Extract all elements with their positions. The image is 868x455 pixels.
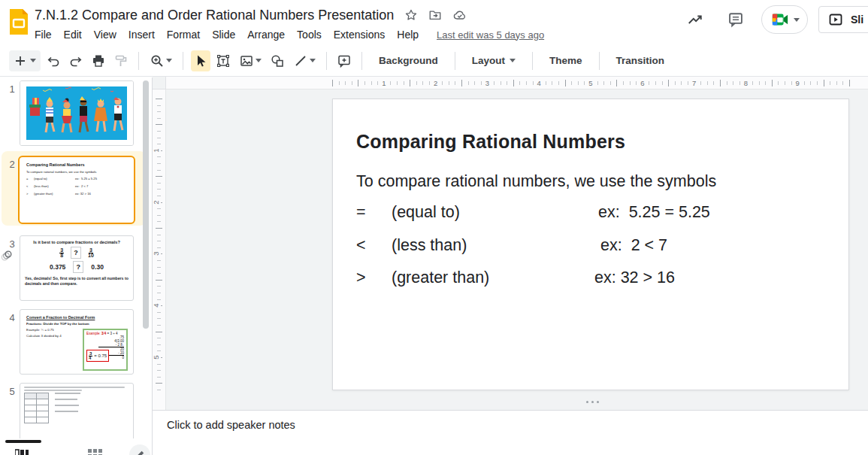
insert-comment-button[interactable]: [334, 50, 354, 71]
slide-page[interactable]: Comparing Rational Numbers To compare ra…: [332, 99, 849, 390]
ruler-ticks: [153, 99, 166, 391]
toolbar-separator: [183, 52, 183, 70]
slideshow-button[interactable]: Sli: [818, 6, 868, 33]
paint-format-button[interactable]: [111, 50, 131, 71]
question-box: ?: [71, 247, 81, 259]
filmstrip-view-button[interactable]: [15, 449, 29, 455]
filmstrip-panel: 1: [0, 77, 153, 455]
slide-thumbnail-3[interactable]: 3 Is it best to compare fractions or dec…: [0, 235, 150, 307]
mini-example: ex: 5.25 = 5.25: [75, 177, 97, 180]
slide-thumbnail-2-selected[interactable]: 2 Comparing Rational Numbers To compare …: [0, 156, 150, 230]
symbol-row: = (equal to) ex: 5.25 = 5.25: [356, 203, 710, 236]
zoom-in-icon: [150, 53, 165, 68]
grid-view-button[interactable]: [88, 449, 103, 455]
redo-button[interactable]: [66, 50, 86, 71]
ruler-number: 1: [153, 148, 161, 152]
plus-icon: [14, 54, 27, 68]
chevron-down-icon: [30, 59, 36, 62]
comments-button[interactable]: [721, 5, 751, 35]
slide-number: 2: [6, 159, 18, 170]
mini-slide-intro: To compare rational numbers, we use the …: [26, 170, 134, 174]
ruler-number: 6: [638, 78, 646, 88]
undo-icon: [46, 53, 61, 68]
star-icon[interactable]: [404, 8, 418, 22]
print-button[interactable]: [89, 50, 108, 71]
thumbnail-page[interactable]: Comparing Rational Numbers To compare ra…: [18, 156, 135, 224]
last-edit-link[interactable]: Last edit was 5 days ago: [437, 29, 544, 41]
thumbnail-page[interactable]: Is it best to compare fractions or decim…: [20, 235, 134, 301]
layout-button[interactable]: Layout: [461, 51, 526, 70]
mini-heading: Convert a Fraction to Decimal Form: [26, 315, 129, 320]
mini-table: [24, 393, 49, 423]
move-folder-icon[interactable]: [428, 8, 442, 22]
zoom-button[interactable]: [147, 50, 175, 71]
new-slide-button[interactable]: [9, 50, 41, 71]
mini-example: ex: 2 < 7: [75, 184, 88, 188]
undo-button[interactable]: [44, 50, 63, 71]
menu-help[interactable]: Help: [391, 27, 425, 42]
speaker-notes-area[interactable]: Click to add speaker notes: [153, 410, 868, 455]
cloud-status-icon[interactable]: [452, 8, 467, 22]
toolbar-separator: [532, 52, 533, 70]
slide-symbol-list[interactable]: = (equal to) ex: 5.25 = 5.25 < (less tha…: [356, 203, 710, 302]
menu-view[interactable]: View: [88, 27, 122, 42]
shape-icon: [270, 53, 285, 68]
ruler-number: 3: [153, 252, 161, 256]
toolbar-separator: [361, 52, 362, 70]
mini-name: (less than): [34, 184, 75, 188]
mini-heading: Is it best to compare fractions or decim…: [25, 240, 129, 244]
chevron-down-icon: [256, 59, 262, 62]
insert-line-button[interactable]: [290, 50, 319, 71]
cursor-icon: [193, 53, 208, 68]
transition-button[interactable]: Transition: [606, 51, 676, 70]
slideshow-label: Sli: [851, 14, 863, 26]
toolbar-separator: [326, 52, 327, 70]
menu-file[interactable]: File: [29, 27, 58, 42]
toolbar: Background Layout Theme Transition: [0, 45, 868, 77]
speaker-notes-placeholder[interactable]: Click to add speaker notes: [167, 419, 295, 431]
background-button[interactable]: Background: [368, 51, 449, 70]
slide-thumbnail-4[interactable]: 4 Convert a Fraction to Decimal Form Fra…: [0, 309, 150, 381]
filmstrip-scrollbar[interactable]: [143, 80, 149, 329]
thumbnail-page[interactable]: Convert a Fraction to Decimal Form Fract…: [20, 309, 134, 375]
textbox-button[interactable]: [213, 50, 233, 71]
menu-tools[interactable]: Tools: [291, 27, 328, 42]
insert-shape-button[interactable]: [268, 50, 287, 71]
slide-intro[interactable]: To compare rational numbers, we use the …: [356, 172, 716, 191]
symbol-name: (greater than): [392, 268, 594, 287]
menu-format[interactable]: Format: [161, 27, 206, 42]
activity-dashboard-button[interactable]: [680, 5, 710, 35]
mini-answer-options: [55, 393, 80, 423]
menu-edit[interactable]: Edit: [58, 27, 88, 42]
paint-roller-icon: [113, 53, 129, 68]
slideshow-icon: [828, 12, 843, 27]
chevron-down-icon: [166, 59, 172, 62]
doc-title[interactable]: 7.N.1.2 Compare and Order Rational Numbe…: [35, 8, 394, 23]
menu-extensions[interactable]: Extensions: [328, 27, 391, 42]
select-tool-button[interactable]: [191, 50, 210, 71]
filmstrip-view-icon: [15, 449, 29, 455]
print-icon: [91, 53, 106, 68]
menu-insert[interactable]: Insert: [122, 27, 161, 42]
mini-name: (greater than): [34, 192, 75, 196]
menu-arrange[interactable]: Arrange: [241, 27, 291, 42]
ruler-number: 3: [483, 78, 491, 88]
slide-thumbnail-1[interactable]: 1: [0, 80, 150, 152]
thumbnail-page[interactable]: [20, 80, 134, 146]
filmstrip-horizontal-scrollbar[interactable]: [5, 440, 41, 443]
slide-title[interactable]: Comparing Rational Numbers: [356, 131, 625, 153]
ruler-corner: [153, 77, 166, 89]
chevron-down-icon: [510, 59, 516, 62]
textbox-icon: [216, 53, 231, 68]
slides-logo-icon[interactable]: [8, 8, 29, 36]
slide-canvas[interactable]: 1 2 3 4 5 6 7 8 9 1 2 3 4 5 Comparing Ra…: [153, 77, 868, 410]
grid-view-icon: [88, 449, 103, 455]
menu-slide[interactable]: Slide: [206, 27, 241, 42]
meet-button[interactable]: [761, 5, 808, 34]
meet-icon: [771, 11, 789, 28]
insert-image-button[interactable]: [236, 50, 265, 71]
mini-footer: Yes, decimals! So, first step is to conv…: [25, 276, 129, 286]
ruler-number: 9: [794, 78, 802, 88]
theme-button[interactable]: Theme: [539, 51, 593, 70]
notes-resize-handle[interactable]: [579, 401, 606, 403]
